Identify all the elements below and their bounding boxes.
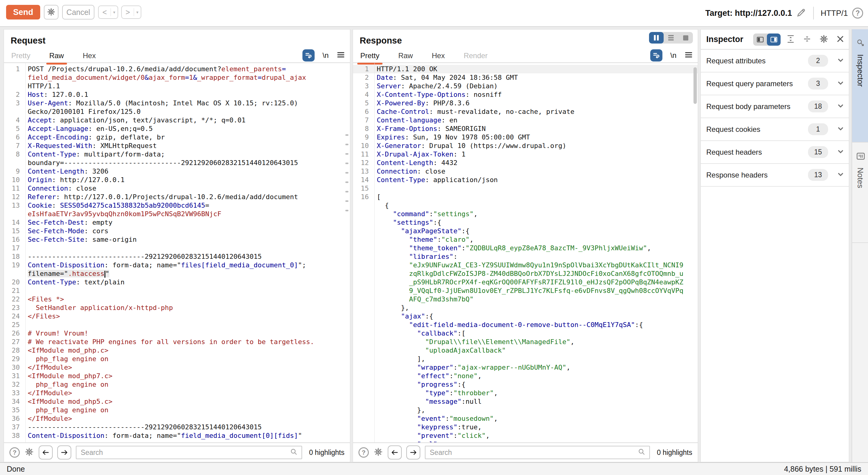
code-line[interactable]: "effect":"none", [353,372,698,380]
back-dropdown-icon[interactable]: ▾ [111,10,118,14]
code-line[interactable]: Gecko/20100101 Firefox/125.0 [4,107,350,116]
code-line[interactable]: "url": [353,440,698,442]
code-line[interactable]: filename=".htaccess" [4,270,350,278]
search-next-button[interactable] [57,445,71,460]
request-search-input[interactable] [80,448,290,457]
tab-request-hex[interactable]: Hex [82,50,97,61]
help-icon[interactable]: ? [852,8,863,19]
code-line[interactable]: 18-----------------------------292129206… [4,252,350,261]
code-line[interactable]: boundary=-----------------------------29… [4,159,350,167]
code-line[interactable]: "Drupal\\file\\Element\\ManagedFile", [353,338,698,346]
search-next-button[interactable] [406,445,420,460]
tab-response-render[interactable]: Render [463,50,488,61]
code-line[interactable]: 4X-Content-Type-Options: nosniff [353,90,698,99]
code-line[interactable]: 28<IfModule mod_php.c> [4,346,350,355]
code-line[interactable]: "theme":"claro", [353,235,698,244]
code-line[interactable]: 19Content-Disposition: form-data; name="… [4,261,350,270]
code-line[interactable]: 15 [353,184,698,193]
code-line[interactable]: 2Date: Sat, 04 May 2024 18:36:58 GMT [353,73,698,82]
code-line[interactable]: 13Cookie: SESS05d4275ca1538832b5ab92000b… [4,201,350,210]
code-line[interactable]: 9Content-Length: 3206 [4,167,350,176]
code-line[interactable]: 25 [4,321,350,329]
code-line[interactable]: 16Sec-Fetch-Site: same-origin [4,235,350,244]
code-line[interactable]: "prevent":"click", [353,432,698,440]
dock-tab-notes[interactable]: Notes [852,142,868,243]
code-line[interactable]: zqRlkgDdlcFWZoISJP8-ZM40dBBQoOrbX7DYsLJ2… [353,270,698,278]
code-line[interactable]: 10X-Generator: Drupal 10 (https://www.dr… [353,141,698,150]
code-line[interactable]: "ajax":{ [353,312,698,321]
code-line[interactable]: 38Content-Disposition: form-data; name="… [4,432,350,440]
code-line[interactable]: "keypress":true, [353,423,698,432]
code-line[interactable]: 12Referer: http://127.0.0.1/Projects/dru… [4,193,350,201]
code-line[interactable]: 24</Files> [4,312,350,321]
code-line[interactable]: 27# We reactivate PHP engines for all ve… [4,338,350,346]
code-line[interactable]: "type":"throbber", [353,389,698,398]
code-line[interactable]: 30</IfModule> [4,363,350,372]
cancel-button[interactable]: Cancel [62,5,94,20]
forward-dropdown-icon[interactable]: ▾ [134,10,141,14]
word-wrap-toggle[interactable] [650,49,662,62]
code-line[interactable]: 26# Vroum! Vroum! [4,329,350,338]
show-newlines-toggle[interactable]: \n [670,51,676,60]
dock-left-button[interactable] [753,33,767,46]
code-line[interactable]: 6Accept-Encoding: gzip, deflate, br [4,133,350,141]
code-line[interactable]: { [353,201,698,210]
request-settings-button[interactable] [44,5,59,20]
code-line[interactable]: ], [353,355,698,363]
editor-menu-icon[interactable] [337,51,345,60]
send-button[interactable]: Send [6,5,40,20]
section-request-cookies[interactable]: Request cookies 1 [701,118,849,141]
code-line[interactable]: 36</IfModule> [4,414,350,423]
code-line[interactable]: 34<IfModule mod_php5.c> [4,398,350,406]
word-wrap-toggle[interactable] [303,49,315,62]
code-line[interactable]: _pS9HLbR7ROcrPX4f-eqKGrOQ00FAFYFsR7IFZL9… [353,278,698,287]
code-line[interactable]: 22<Files *> [4,295,350,304]
editor-menu-icon[interactable] [684,51,693,60]
section-request-attributes[interactable]: Request attributes 2 [701,50,849,72]
code-line[interactable]: "edit-field-media-document-0-remove-butt… [353,321,698,329]
response-scrollbar[interactable] [693,67,697,104]
code-line[interactable]: 29 php_flag engine on [4,355,350,363]
section-request-headers[interactable]: Request headers 15 [701,141,849,164]
code-line[interactable]: eIsHfaaETVr3av95yvbqQhzn0kom1P5wPcNSqB2V… [4,210,350,218]
search-settings-icon[interactable] [373,447,383,458]
code-line[interactable]: 16[ [353,193,698,201]
section-request-query-parameters[interactable]: Request query parameters 3 [701,72,849,95]
search-prev-button[interactable] [388,445,402,460]
request-editor[interactable]: 1POST /Projects/drupal-10.2.6/media/add/… [4,63,350,442]
edit-target-icon[interactable] [796,7,806,19]
code-line[interactable]: 32 php_flag engine on [4,380,350,389]
code-line[interactable]: "progress":{ [353,380,698,389]
code-line[interactable]: 8Content-Type: multipart/form-data; [4,150,350,159]
close-icon[interactable] [836,35,844,44]
code-line[interactable]: 37-----------------------------292129206… [4,423,350,432]
code-line[interactable]: 33</IfModule> [4,389,350,398]
code-line[interactable]: 3User-Agent: Mozilla/5.0 (Macintosh; Int… [4,99,350,107]
code-line[interactable]: 4Accept: application/json, text/javascri… [4,116,350,125]
search-settings-icon[interactable] [24,447,34,458]
response-viewer[interactable]: 1HTTP/1.1 200 OK2Date: Sat, 04 May 2024 … [353,63,698,442]
response-search-input[interactable] [429,448,638,457]
code-line[interactable]: 7X-Requested-With: XMLHttpRequest [4,141,350,150]
code-line[interactable]: "uploadAjaxCallback" [353,346,698,355]
search-prev-button[interactable] [39,445,53,460]
code-line[interactable]: 2Host: 127.0.0.1 [4,90,350,99]
code-line[interactable]: 9_VQqLf0-JjUEwn8U1ov0EY_rZPBLJ1Yc7KLFsfq… [353,287,698,295]
code-line[interactable]: 17 [4,244,350,252]
code-line[interactable]: 11X-Drupal-Ajax-Token: 1 [353,150,698,159]
code-line[interactable]: 7Content-language: en [353,116,698,125]
section-response-headers[interactable]: Response headers 13 [701,164,849,187]
code-line[interactable]: 21 [4,287,350,295]
code-line[interactable]: "libraries": [353,252,698,261]
code-line[interactable]: 3Server: Apache/2.4.59 (Debian) [353,82,698,90]
search-help-icon[interactable]: ? [359,447,369,457]
code-line[interactable]: 9Expires: Sun, 19 Nov 1978 05:00:00 GMT [353,133,698,141]
dock-tab-inspector[interactable]: Inspector [852,29,868,142]
code-line[interactable]: 6Cache-Control: must-revalidate, no-cach… [353,107,698,116]
tab-response-pretty[interactable]: Pretty [360,50,380,61]
code-line[interactable]: 14Content-Type: application/json [353,176,698,184]
code-line[interactable]: 13Connection: close [353,167,698,176]
code-line[interactable]: 14Sec-Fetch-Dest: empty [4,218,350,227]
code-line[interactable]: 11Connection: close [4,184,350,193]
request-scrollbar[interactable] [345,134,348,219]
